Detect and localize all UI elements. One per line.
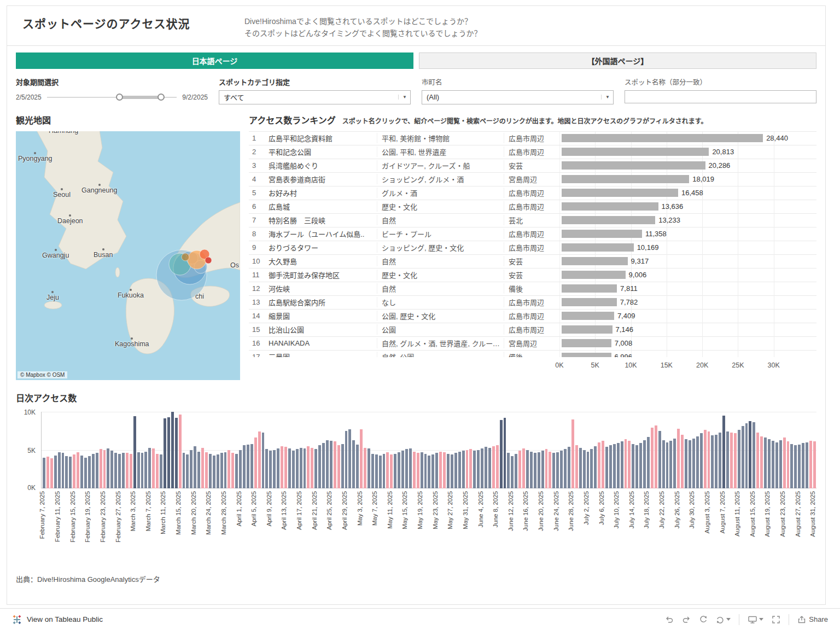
daily-bar[interactable]	[730, 433, 733, 488]
daily-bar[interactable]	[473, 451, 476, 488]
daily-bar[interactable]	[552, 453, 555, 488]
daily-bar[interactable]	[794, 445, 797, 488]
daily-bar[interactable]	[507, 453, 510, 488]
daily-bar[interactable]	[269, 451, 272, 488]
spot-name-link[interactable]: 河佐峡	[269, 283, 377, 294]
daily-bar[interactable]	[715, 435, 718, 488]
daily-bar[interactable]	[197, 452, 200, 488]
daily-bar[interactable]	[334, 441, 336, 488]
access-bar[interactable]	[562, 325, 612, 334]
daily-bar[interactable]	[708, 431, 710, 488]
daily-bar[interactable]	[700, 433, 703, 488]
daily-bar[interactable]	[481, 448, 483, 488]
daily-bar[interactable]	[496, 445, 499, 488]
daily-bar[interactable]	[186, 454, 189, 488]
access-bar[interactable]	[562, 298, 617, 306]
daily-bar[interactable]	[326, 440, 329, 488]
daily-bar[interactable]	[538, 452, 540, 488]
daily-bar[interactable]	[485, 447, 487, 488]
daily-bar[interactable]	[360, 429, 363, 488]
daily-bar[interactable]	[609, 445, 612, 488]
spot-name-link[interactable]: お好み村	[269, 188, 377, 198]
daily-bar[interactable]	[787, 441, 790, 488]
daily-bar[interactable]	[110, 451, 113, 488]
daily-bar[interactable]	[69, 457, 72, 488]
access-bar[interactable]	[562, 257, 628, 265]
daily-bar[interactable]	[526, 450, 529, 488]
daily-bar[interactable]	[764, 438, 767, 488]
daily-bar[interactable]	[590, 449, 593, 488]
daily-bar[interactable]	[133, 416, 136, 488]
daily-bar[interactable]	[549, 452, 551, 488]
spot-bubble[interactable]	[205, 257, 212, 264]
daily-bar[interactable]	[164, 418, 166, 488]
daily-bar[interactable]	[296, 449, 299, 488]
daily-bar[interactable]	[662, 440, 665, 488]
daily-bar[interactable]	[813, 441, 816, 488]
daily-bar[interactable]	[171, 412, 174, 488]
daily-bar[interactable]	[451, 454, 453, 488]
daily-bar[interactable]	[647, 437, 650, 488]
daily-bar[interactable]	[130, 454, 132, 488]
daily-bar[interactable]	[628, 441, 631, 488]
daily-bar[interactable]	[447, 454, 450, 488]
fullscreen-button[interactable]	[772, 615, 780, 624]
daily-bar[interactable]	[673, 439, 676, 488]
access-bar[interactable]	[562, 189, 678, 197]
daily-bar[interactable]	[394, 454, 396, 488]
city-dropdown[interactable]: (All) ▼	[422, 90, 614, 104]
daily-bar[interactable]	[239, 450, 242, 488]
daily-bar[interactable]	[587, 452, 590, 488]
daily-bar[interactable]	[651, 428, 654, 488]
daily-bar[interactable]	[318, 445, 321, 488]
slider-handle-end[interactable]	[158, 94, 165, 101]
daily-bar[interactable]	[356, 445, 359, 488]
daily-bar[interactable]	[364, 448, 366, 488]
daily-bar[interactable]	[564, 449, 567, 488]
daily-bar[interactable]	[88, 456, 91, 488]
daily-bar[interactable]	[122, 453, 125, 488]
chevron-down-icon[interactable]: ▼	[601, 95, 610, 100]
daily-bar[interactable]	[435, 453, 438, 488]
daily-bar[interactable]	[137, 452, 140, 488]
daily-bar[interactable]	[345, 431, 348, 488]
daily-bar[interactable]	[692, 439, 695, 488]
daily-bar[interactable]	[790, 444, 793, 488]
daily-bar[interactable]	[760, 436, 763, 488]
daily-bar[interactable]	[568, 447, 570, 488]
daily-bar[interactable]	[50, 458, 53, 488]
daily-bar[interactable]	[217, 454, 219, 488]
daily-bar[interactable]	[560, 451, 563, 488]
spot-name-link[interactable]: 平和記念公園	[269, 147, 377, 157]
access-bar[interactable]	[562, 134, 763, 142]
daily-bar[interactable]	[156, 454, 159, 488]
daily-bar[interactable]	[80, 456, 83, 488]
daily-bar[interactable]	[658, 431, 661, 488]
spot-name-link[interactable]: 広島城	[269, 201, 377, 212]
daily-bar[interactable]	[681, 435, 684, 488]
daily-bar[interactable]	[107, 448, 109, 488]
daily-bar[interactable]	[322, 443, 325, 488]
daily-bar[interactable]	[625, 439, 627, 488]
spot-name-link[interactable]: 特別名勝 三段峡	[269, 215, 377, 225]
daily-bar[interactable]	[768, 439, 771, 488]
undo-button[interactable]	[665, 615, 674, 624]
daily-bar[interactable]	[439, 452, 442, 488]
daily-bar[interactable]	[262, 433, 265, 488]
daily-bar[interactable]	[556, 452, 559, 488]
reset-button[interactable]	[699, 615, 708, 624]
daily-bar[interactable]	[428, 456, 430, 488]
daily-bar[interactable]	[518, 451, 521, 488]
daily-bar[interactable]	[152, 448, 155, 488]
daily-bar[interactable]	[534, 453, 536, 488]
daily-bar[interactable]	[417, 453, 419, 488]
daily-bar[interactable]	[398, 452, 400, 488]
daily-bar[interactable]	[292, 451, 295, 488]
share-label[interactable]: Share	[809, 615, 828, 623]
spot-bubble[interactable]	[182, 253, 189, 261]
daily-bar[interactable]	[300, 448, 302, 488]
daily-bar[interactable]	[247, 445, 249, 488]
daily-bar[interactable]	[696, 436, 699, 488]
daily-bar[interactable]	[779, 440, 782, 488]
daily-bar[interactable]	[167, 417, 170, 488]
